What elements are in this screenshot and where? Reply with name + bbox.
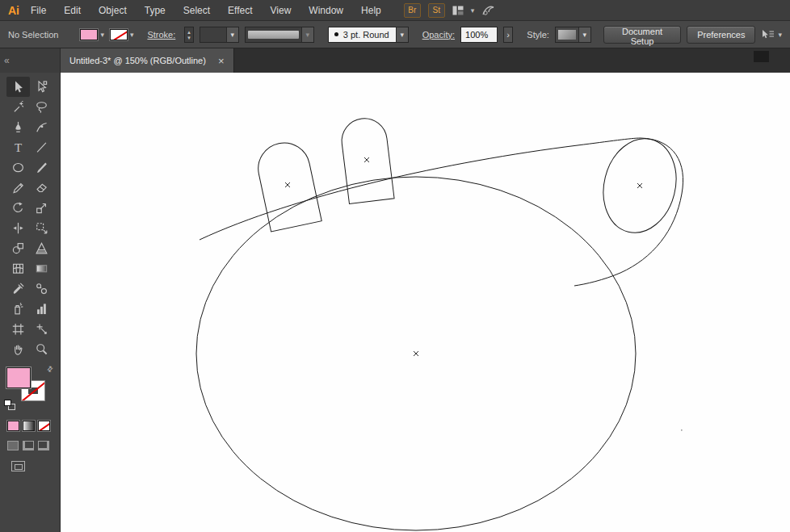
mesh-tool[interactable]	[6, 258, 30, 279]
opacity-panel-link[interactable]: Opacity:	[422, 30, 455, 40]
lasso-tool[interactable]	[30, 97, 53, 117]
menu-window[interactable]: Window	[309, 5, 343, 16]
rotate-icon	[12, 202, 24, 214]
center-point-mark	[414, 351, 418, 356]
artboard-svg	[61, 73, 790, 532]
direct-selection-tool[interactable]	[30, 77, 53, 97]
stroke-color-dropdown[interactable]: ▾	[110, 29, 134, 40]
menu-help[interactable]: Help	[361, 5, 381, 16]
stroke-weight-dropdown[interactable]: ▾	[200, 27, 239, 43]
menu-object[interactable]: Object	[99, 5, 127, 16]
mesh-icon	[12, 262, 24, 274]
slice-tool[interactable]	[30, 319, 53, 339]
brush-definition-value: 3 pt. Round	[338, 27, 396, 42]
chevron-down-icon: ▾	[778, 31, 782, 39]
canvas[interactable]	[61, 73, 790, 532]
fill-color-box[interactable]	[6, 367, 31, 388]
width-tool[interactable]	[6, 218, 30, 238]
ellipse-icon	[12, 161, 24, 174]
document-tab[interactable]: Untitled-3* @ 150% (RGB/Outline) ×	[61, 48, 234, 73]
draw-normal-button[interactable]	[7, 441, 19, 450]
artboard-tool[interactable]	[6, 319, 30, 339]
paintbrush-icon	[36, 161, 48, 174]
hand-gesture-icon[interactable]	[481, 4, 495, 16]
style-label: Style:	[527, 30, 549, 40]
width-icon	[12, 222, 24, 234]
chevron-down-icon: ▾	[226, 27, 238, 42]
column-graph-icon	[36, 303, 48, 315]
workspace-switcher-icon[interactable]	[452, 6, 464, 15]
eyedropper-tool[interactable]	[6, 279, 30, 299]
brush-definition-dropdown[interactable]: 3 pt. Round ▾	[328, 27, 409, 43]
none-button[interactable]	[38, 421, 50, 431]
magic-wand-tool[interactable]	[6, 97, 30, 117]
symbol-sprayer-icon	[12, 303, 24, 315]
gradient-tool[interactable]	[30, 258, 53, 279]
eraser-icon	[36, 182, 48, 194]
selection-tool[interactable]	[6, 77, 30, 97]
stock-button[interactable]: St	[428, 3, 445, 18]
opacity-input[interactable]	[460, 27, 498, 43]
paintbrush-tool[interactable]	[30, 157, 53, 178]
line-segment-tool[interactable]	[30, 137, 53, 157]
menu-select[interactable]: Select	[183, 5, 210, 16]
menu-view[interactable]: View	[271, 5, 292, 16]
curvature-tool[interactable]	[30, 117, 53, 137]
tab-strip: « Untitled-3* @ 150% (RGB/Outline) ×	[0, 48, 790, 73]
stroke-weight-stepper[interactable]: ▴ ▾	[184, 27, 193, 43]
stray-anchor-mark	[681, 429, 683, 431]
preferences-button[interactable]: Preferences	[687, 26, 755, 44]
shape-builder-tool[interactable]	[6, 238, 30, 258]
bridge-button[interactable]: Br	[404, 3, 421, 18]
swap-fill-stroke-icon[interactable]: ⇄	[45, 364, 55, 374]
fill-color-dropdown[interactable]: ▾	[80, 29, 104, 40]
ellipse-tool[interactable]	[6, 157, 30, 178]
stroke-panel-link[interactable]: Stroke:	[147, 30, 175, 40]
perspective-grid-tool[interactable]	[30, 238, 53, 258]
column-graph-tool[interactable]	[30, 299, 53, 319]
tools-panel: T ⇄	[0, 73, 61, 532]
pencil-tool[interactable]	[6, 178, 30, 198]
illustrator-logo[interactable]: Ai	[0, 4, 27, 17]
select-similar-dropdown[interactable]: ▾	[761, 29, 782, 40]
tab-strip-empty	[234, 48, 790, 73]
menu-type[interactable]: Type	[145, 5, 166, 16]
chevron-down-icon[interactable]: ▾	[471, 6, 475, 15]
free-transform-tool[interactable]	[30, 218, 53, 238]
chevron-down-icon: ▾	[396, 27, 408, 42]
opacity-chevron-button[interactable]: ›	[503, 27, 513, 43]
lasso-icon	[36, 101, 48, 113]
scale-tool[interactable]	[30, 198, 53, 218]
draw-inside-button[interactable]	[38, 441, 49, 450]
blend-tool[interactable]	[30, 279, 53, 299]
docked-panel-stub[interactable]	[754, 51, 769, 62]
rotate-tool[interactable]	[6, 198, 30, 218]
curvature-icon	[36, 121, 48, 133]
eraser-tool[interactable]	[30, 178, 53, 198]
menu-edit[interactable]: Edit	[64, 5, 81, 16]
color-button[interactable]	[7, 421, 19, 431]
zoom-tool[interactable]	[30, 339, 53, 359]
perspective-grid-icon	[36, 242, 48, 254]
gradient-button[interactable]	[23, 421, 35, 431]
collapse-panel-icon[interactable]: «	[4, 55, 10, 66]
tools-grid: T	[0, 73, 60, 359]
default-fill-stroke-icon[interactable]	[4, 400, 17, 411]
head-curve[interactable]	[200, 138, 683, 286]
stroke-none-swatch	[110, 29, 128, 40]
document-setup-button[interactable]: Document Setup	[603, 26, 681, 44]
stroke-weight-value	[200, 27, 226, 42]
close-tab-icon[interactable]: ×	[218, 55, 225, 67]
screen-mode-button[interactable]	[11, 461, 25, 471]
menu-file[interactable]: File	[31, 5, 46, 16]
pen-tool[interactable]	[6, 117, 30, 137]
style-swatch	[558, 30, 576, 40]
symbol-sprayer-tool[interactable]	[6, 299, 30, 319]
type-tool[interactable]: T	[6, 137, 30, 157]
menu-effect[interactable]: Effect	[228, 5, 252, 16]
style-dropdown[interactable]: ▾	[555, 27, 591, 43]
hand-tool[interactable]	[6, 339, 30, 359]
width-profile-dropdown[interactable]: ▾	[245, 27, 314, 43]
chevron-down-icon: ▾	[130, 31, 134, 39]
draw-behind-button[interactable]	[23, 441, 34, 450]
